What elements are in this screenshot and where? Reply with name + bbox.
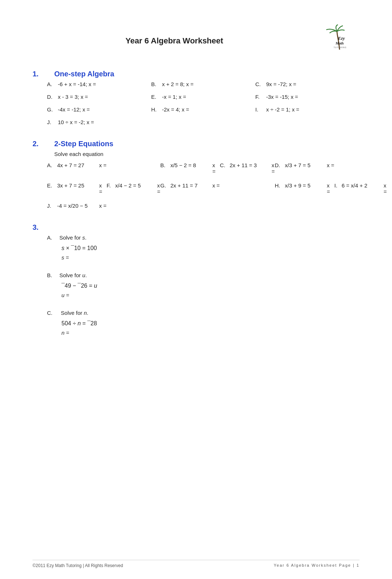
logo: Ezy Math TUTORING <box>316 22 359 55</box>
eq-xeq-c-inline: x = <box>272 162 275 174</box>
text-1d: x - 3 = 3; x = <box>58 94 88 100</box>
eq-xeq-f-inline: x = <box>157 182 160 195</box>
label-1d: D. <box>47 94 55 100</box>
eq-expr-c-inline: 2x + 11 = 3 <box>230 162 269 168</box>
eq-xeq-d: x = <box>327 162 334 168</box>
eq-expr-e: 3x + 7 = 25 <box>57 182 97 189</box>
wp-c-equation: 504 ÷ n = ¯28 <box>61 320 359 327</box>
problem-1j: J. 10 ÷ x = -2; x = <box>47 119 151 125</box>
label-1f: F. <box>255 94 263 100</box>
eq-problem-j: J. -4 = x/20 − 5 x = <box>47 203 160 209</box>
eq-xeq-i-inline: x = <box>384 182 387 195</box>
label-1i: I. <box>255 106 263 113</box>
wp-c-label: C. <box>47 310 58 316</box>
problem-1i: I. x ÷ -2 = 1; x = <box>255 106 359 113</box>
text-1e: -x = 1; x = <box>162 94 186 100</box>
eq-label-b: B. <box>160 162 168 168</box>
label-1a: A. <box>47 81 55 87</box>
section-3: 3. A. Solve for s. s × ¯10 = 100 s = B. … <box>33 223 359 336</box>
wp-b-answer: u = <box>61 292 359 298</box>
section-2: 2. 2-Step Equations Solve each equation … <box>33 140 359 209</box>
problem-1c: C. 9x = -72; x = <box>255 81 359 87</box>
text-1h: -2x = 4; x = <box>162 106 189 113</box>
svg-text:Math: Math <box>335 41 344 45</box>
wp-b-header: B. Solve for u. <box>47 272 359 278</box>
wp-a-instruction: Solve for s. <box>59 234 86 241</box>
section-3-problems: A. Solve for s. s × ¯10 = 100 s = B. Sol… <box>33 234 359 336</box>
wp-a-answer: s = <box>61 254 359 261</box>
wp-b-equation: ¯49 − ¯26 = u <box>61 283 359 289</box>
text-1b: x + 2 = 8; x = <box>162 81 193 87</box>
footer-copyright: ©2011 Ezy Math Tutoring | All Rights Res… <box>33 563 123 568</box>
wp-a-header: A. Solve for s. <box>47 234 359 241</box>
problem-1d: D. x - 3 = 3; x = <box>47 94 151 100</box>
eq-problem-h: H. x/3 + 9 = 5 x = I. 6 = x/4 + 2 x = <box>275 182 387 195</box>
wp-c-header: C. Solve for n. <box>47 310 359 316</box>
eq-problem-g: G. 2x + 11 = 7 x = <box>160 182 275 195</box>
wp-a-label: A. <box>47 234 58 241</box>
text-1a: -6 + x = -14; x = <box>58 81 96 87</box>
eq-xeq-e: x = <box>99 182 102 195</box>
section-1-header: 1. One-step Algebra <box>33 70 359 78</box>
eq-xeq-g: x = <box>212 182 220 189</box>
problem-1e: E. -x = 1; x = <box>151 94 255 100</box>
text-1g: -4x = -12; x = <box>58 106 90 113</box>
section-2-problems: A. 4x + 7 = 27 x = B. x/5 − 2 = 8 x = C.… <box>33 162 359 209</box>
problem-1h: H. -2x = 4; x = <box>151 106 255 113</box>
eq-expr-h: x/3 + 9 = 5 <box>285 182 325 189</box>
text-1j: 10 ÷ x = -2; x = <box>58 119 94 125</box>
label-1e: E. <box>151 94 159 100</box>
problem-1g: G. -4x = -12; x = <box>47 106 151 113</box>
section-1-title: One-step Algebra <box>54 70 114 78</box>
eq-expr-a: 4x + 7 = 27 <box>57 162 97 168</box>
wp-c-answer: n = <box>61 330 359 336</box>
text-1f: -3x = -15; x = <box>266 94 298 100</box>
eq-label-d: D. <box>275 162 283 168</box>
eq-problem-b: B. x/5 − 2 = 8 x = C. 2x + 11 = 3 x = <box>160 162 275 174</box>
label-1c: C. <box>255 81 263 87</box>
page: Year 6 Algebra Worksheet Ezy Math TUTORI… <box>0 0 392 579</box>
problem-1a: A. -6 + x = -14; x = <box>47 81 151 87</box>
eq-expr-d: x/3 + 7 = 5 <box>285 162 325 168</box>
label-1h: H. <box>151 106 159 113</box>
section-2-subtitle: Solve each equation <box>33 151 359 157</box>
eq-expr-b: x/5 − 2 = 8 <box>170 162 210 168</box>
eq-xeq-a: x = <box>99 162 106 168</box>
text-1c: 9x = -72; x = <box>266 81 296 87</box>
wp-b-label: B. <box>47 272 58 278</box>
eq-label-g: G. <box>160 182 168 189</box>
eq-label-i-inline: I. <box>335 182 337 189</box>
section-3-number: 3. <box>33 223 47 232</box>
section-2-number: 2. <box>33 140 47 148</box>
section-2-header: 2. 2-Step Equations <box>33 140 359 148</box>
eq-label-a: A. <box>47 162 55 168</box>
section-1-problems: A. -6 + x = -14; x = B. x + 2 = 8; x = C… <box>33 81 359 125</box>
section-3-header: 3. <box>33 223 359 232</box>
eq-xeq-j: x = <box>99 203 106 209</box>
wp-b: B. Solve for u. ¯49 − ¯26 = u u = <box>47 272 359 298</box>
text-1i: x ÷ -2 = 1; x = <box>266 106 299 113</box>
header: Year 6 Algebra Worksheet Ezy Math TUTORI… <box>33 22 359 55</box>
problem-1b: B. x + 2 = 8; x = <box>151 81 255 87</box>
footer: ©2011 Ezy Math Tutoring | All Rights Res… <box>33 560 359 568</box>
eq-expr-f-inline: x/4 − 2 = 5 <box>115 182 155 189</box>
wp-c-instruction: Solve for n. <box>59 310 88 316</box>
svg-text:Ezy: Ezy <box>337 36 345 41</box>
page-title: Year 6 Algebra Worksheet <box>33 22 316 46</box>
label-1j: J. <box>47 119 55 125</box>
svg-text:TUTORING: TUTORING <box>334 46 347 48</box>
problem-1f: F. -3x = -15; x = <box>255 94 359 100</box>
eq-label-c-inline: C. <box>220 162 225 168</box>
eq-expr-i-inline: 6 = x/4 + 2 <box>342 182 382 189</box>
wp-c: C. Solve for n. 504 ÷ n = ¯28 n = <box>47 310 359 336</box>
eq-label-h: H. <box>275 182 283 189</box>
section-1: 1. One-step Algebra A. -6 + x = -14; x =… <box>33 70 359 125</box>
footer-page: Year 6 Algebra Worksheet Page | 1 <box>274 563 359 568</box>
eq-label-e: E. <box>47 182 55 189</box>
logo-image: Ezy Math TUTORING <box>320 22 359 54</box>
section-2-title: 2-Step Equations <box>54 140 113 148</box>
wp-b-instruction: Solve for u. <box>59 272 87 278</box>
eq-problem-d: D. x/3 + 7 = 5 x = <box>275 162 387 174</box>
eq-label-j: J. <box>47 203 55 209</box>
wp-a-equation: s × ¯10 = 100 <box>61 245 359 252</box>
